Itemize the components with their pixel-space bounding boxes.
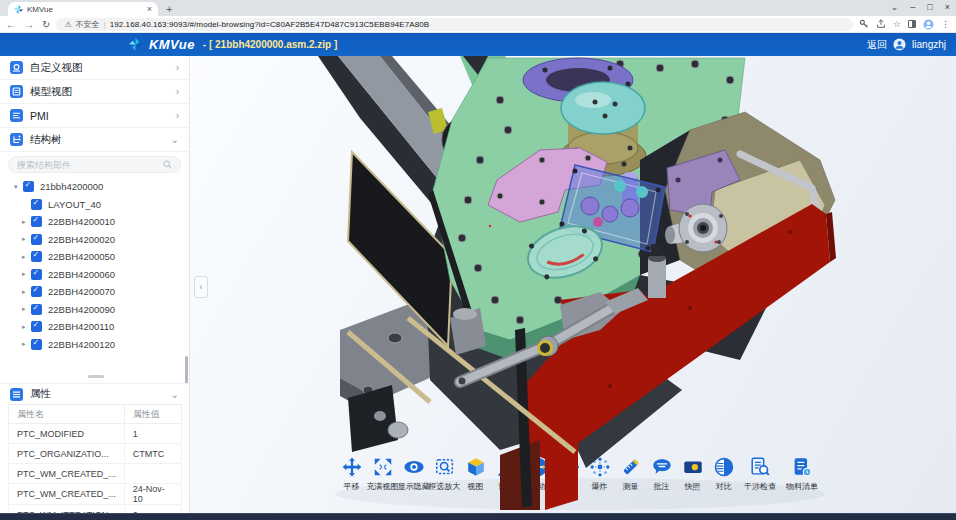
model-lever-arm [459,288,649,385]
profile-avatar-icon[interactable] [923,19,934,30]
tree-node[interactable]: ▸22BBH4200020 [0,231,189,249]
tree-node-label: 22BBH4200060 [48,269,115,280]
tree-node-label: 22BBH4200090 [48,304,115,315]
interference-check-button[interactable]: 干涉检查 [739,456,781,492]
measure-button[interactable]: 测量 [615,456,646,492]
section-label: 模型视图 [30,85,176,99]
tree-expand-icon[interactable]: ▸ [22,218,31,226]
structure-tree-icon [10,133,23,146]
prop-value: 1 [124,424,181,444]
toolbar-label: 拖动 [530,481,546,492]
pmi-icon [10,109,23,122]
tree-checkbox[interactable] [31,286,42,297]
tree-node[interactable]: ▸22BBH4200010 [0,213,189,231]
windows-taskbar-edge[interactable] [0,513,956,520]
key-icon[interactable] [859,19,869,29]
tree-node-label: 22BBH4200020 [48,234,115,245]
sidebar-collapse-button[interactable]: ‹ [194,276,208,298]
tree-expand-icon[interactable]: ▸ [22,253,31,261]
fit-view-button[interactable]: 充满视图 [367,456,398,492]
sidebar-section-structure-tree[interactable]: 结构树 ⌄ [0,128,189,152]
tree-checkbox[interactable] [31,304,42,315]
chevron-right-icon: › [176,110,179,121]
tree-node[interactable]: ▸22BBH4200060 [0,266,189,284]
sidebar-section-pmi[interactable]: PMI › [0,104,189,128]
sidebar-section-model-views[interactable]: 模型视图 › [0,80,189,104]
tree-node[interactable]: ▸22BBH4200050 [0,248,189,266]
tree-expand-icon[interactable]: ▾ [14,183,23,191]
section-label: 结构树 [30,133,171,147]
model-dark-underbody [620,275,770,360]
tree-expand-icon[interactable]: ▸ [22,305,31,313]
annotate-button[interactable]: 批注 [646,456,677,492]
show-hide-button[interactable]: 显示隐藏 [398,456,429,492]
section-button[interactable]: 剖切 [491,456,522,492]
tree-checkbox[interactable] [31,199,42,210]
horizontal-scrollbar-thumb[interactable] [88,375,104,378]
view-button[interactable]: 视图 [460,456,491,492]
tree-expand-icon[interactable]: ▸ [22,235,31,243]
tree-checkbox[interactable] [31,234,42,245]
box-zoom-button[interactable]: 框选放大 [429,456,460,492]
tree-expand-icon[interactable]: ▸ [22,323,31,331]
structure-search-input[interactable] [17,160,163,170]
share-icon[interactable] [876,19,886,29]
window-maximize-button[interactable]: □ [927,1,932,14]
bom-button[interactable]: 物料清单 [781,456,823,492]
tree-node[interactable]: ▾21bbh4200000 [0,178,189,196]
model-viewport[interactable]: 平移 充满视图 显示隐藏 框选放大 视图 [190,56,956,520]
explode-button[interactable]: 爆炸 [584,456,615,492]
tree-node[interactable]: LAYOUT_40 [0,196,189,214]
drag-icon [527,456,549,478]
forward-nav-icon[interactable]: → [24,19,34,30]
tree-checkbox[interactable] [31,269,42,280]
sidebar-section-custom-views[interactable]: 自定义视图 › [0,56,189,80]
tree-node[interactable]: ▸22BBH4200090 [0,301,189,319]
tree-node[interactable]: ▸22BBH4200120 [0,336,189,354]
tree-checkbox[interactable] [31,216,42,227]
properties-table: 属性名 属性值 PTC_MODIFIED1 PTC_ORGANIZATIO...… [8,404,182,520]
address-input[interactable]: ⚠ 不安全 | 192.168.40.163:9093/#/model-brow… [56,18,853,31]
sidebar: 自定义视图 › 模型视图 › PMI › 结构树 ⌄ [0,56,190,520]
model-pink-plate [488,148,607,222]
model-coupling-stack [442,91,581,164]
properties-header[interactable]: 属性 ⌄ [0,384,189,404]
back-nav-icon[interactable]: ← [6,19,16,30]
tree-expand-icon[interactable]: ▸ [22,270,31,278]
side-panel-icon[interactable] [908,20,916,28]
browser-menu-icon[interactable]: ⋮ [941,19,950,29]
snapshot-button[interactable]: 快照 [677,456,708,492]
fit-view-icon [372,456,394,478]
custom-views-icon [10,61,23,74]
window-menu-icon[interactable]: ⌄ [891,1,899,14]
tree-checkbox[interactable] [23,181,34,192]
toolbar-label: 平移 [344,481,360,492]
drag-button[interactable]: 拖动 [522,456,553,492]
toolbar-label: 测量 [623,481,639,492]
new-tab-button[interactable]: + [166,3,172,15]
tab-close-icon[interactable]: × [147,4,152,14]
window-minimize-button[interactable]: – [910,1,915,14]
user-avatar-icon[interactable] [893,38,906,51]
tree-expand-icon[interactable]: ▸ [22,288,31,296]
settings-button[interactable]: 设置 [553,456,584,492]
structure-search-box [8,156,181,173]
return-button[interactable]: 返回 [867,38,887,52]
compare-button[interactable]: 对比 [708,456,739,492]
browser-tab[interactable]: KMVue × [8,2,158,16]
bookmark-star-icon[interactable]: ☆ [893,19,901,29]
tree-expand-icon[interactable]: ▸ [22,340,31,348]
model-blue-cover [560,165,666,252]
model-purple-ring [523,58,633,102]
tree-checkbox[interactable] [31,339,42,350]
toolbar-label: 视图 [468,481,484,492]
tree-checkbox[interactable] [31,321,42,332]
tree-node[interactable]: ▸22BBH4200070 [0,283,189,301]
tree-node[interactable]: ▸22BBH4200110 [0,318,189,336]
kmvue-logo-icon [128,37,143,52]
pan-button[interactable]: 平移 [336,456,367,492]
open-file-label: - [ 21bbh4200000.asm.2.zip ] [203,39,338,50]
reload-icon[interactable]: ↻ [42,19,50,30]
tree-checkbox[interactable] [31,251,42,262]
window-close-button[interactable]: × [945,1,950,14]
